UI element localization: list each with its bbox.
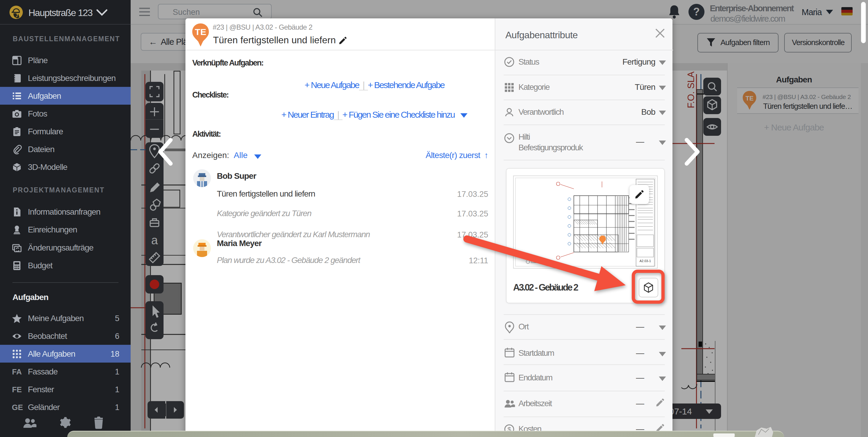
svg-text:TE: TE <box>195 27 206 37</box>
svg-text:A2.03-1: A2.03-1 <box>640 259 651 263</box>
